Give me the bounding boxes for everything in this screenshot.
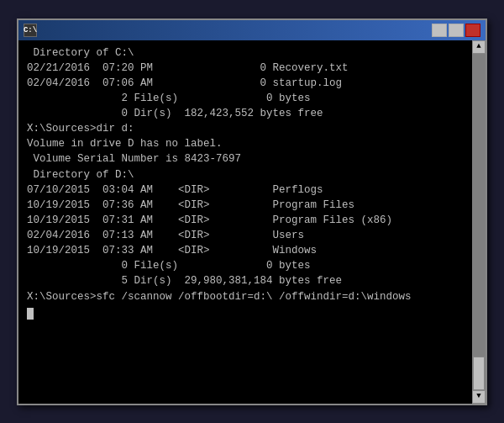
- scroll-down-arrow[interactable]: ▼: [472, 390, 486, 404]
- terminal-line: X:\Sources>sfc /scannow /offbootdir=d:\ …: [27, 289, 462, 304]
- terminal-line: 2 File(s) 0 bytes: [27, 91, 462, 106]
- terminal-line: 02/04/2016 07:13 AM <DIR> Users: [27, 228, 462, 243]
- scroll-thumb[interactable]: [473, 357, 485, 390]
- minimize-button[interactable]: [432, 24, 447, 37]
- title-bar: C:\: [18, 20, 486, 40]
- terminal-line: 10/19/2015 07:36 AM <DIR> Program Files: [27, 198, 462, 213]
- terminal-line: 02/21/2016 07:20 PM 0 Recovery.txt: [27, 61, 462, 76]
- terminal-line: [27, 304, 462, 320]
- terminal-line: Volume Serial Number is 8423-7697: [27, 151, 462, 167]
- scroll-up-arrow[interactable]: ▲: [472, 40, 486, 54]
- title-bar-buttons: [432, 24, 480, 37]
- cursor: [27, 308, 34, 320]
- scrollbar[interactable]: ▲ ▼: [472, 40, 486, 404]
- terminal-body: Directory of C:\02/21/2016 07:20 PM 0 Re…: [18, 40, 486, 404]
- terminal-line: Volume in drive D has no label.: [27, 136, 462, 151]
- terminal-line: Directory of C:\: [27, 45, 462, 61]
- terminal-line: 0 File(s) 0 bytes: [27, 258, 462, 273]
- title-bar-left: C:\: [24, 24, 42, 37]
- terminal-line: Directory of D:\: [27, 167, 462, 182]
- maximize-button[interactable]: [449, 24, 464, 37]
- terminal-line: 02/04/2016 07:06 AM 0 startup.log: [27, 76, 462, 91]
- terminal-line: 10/19/2015 07:31 AM <DIR> Program Files …: [27, 213, 462, 228]
- terminal-line: 5 Dir(s) 29,980,381,184 bytes free: [27, 273, 462, 288]
- cmd-window: C:\ Directory of C:\02/21/2016 07:20 PM …: [17, 19, 487, 405]
- close-button[interactable]: [465, 24, 480, 37]
- scroll-track[interactable]: [472, 54, 486, 390]
- terminal-line: 10/19/2015 07:33 AM <DIR> Windows: [27, 243, 462, 258]
- terminal-content: Directory of C:\02/21/2016 07:20 PM 0 Re…: [27, 45, 477, 320]
- terminal-line: 07/10/2015 03:04 AM <DIR> Perflogs: [27, 182, 462, 198]
- terminal-line: 0 Dir(s) 182,423,552 bytes free: [27, 106, 462, 121]
- cmd-icon: C:\: [24, 24, 37, 37]
- terminal-line: X:\Sources>dir d:: [27, 121, 462, 136]
